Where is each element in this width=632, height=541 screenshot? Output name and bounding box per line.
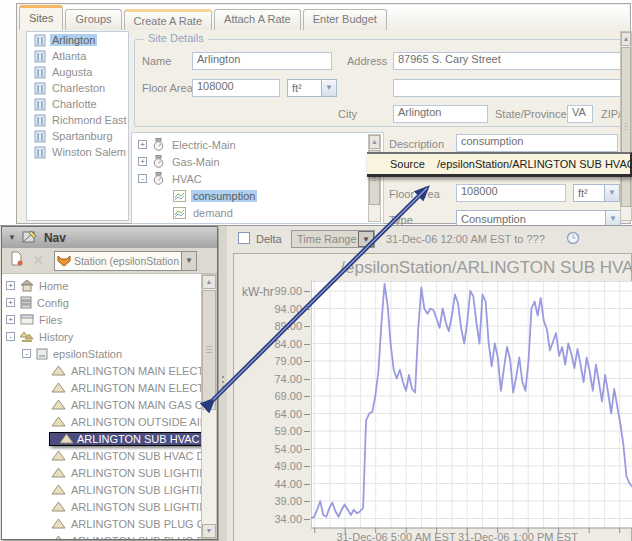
nav-item-epsilonstation[interactable]: -epsilonStation	[22, 345, 122, 362]
city-field[interactable]: Arlington	[393, 105, 488, 123]
site-item-label: Charlotte	[50, 98, 99, 110]
chevron-down-icon[interactable]: ▼	[181, 252, 196, 270]
address-field[interactable]: 87965 S. Cary Street	[393, 52, 632, 70]
expand-icon[interactable]: +	[6, 315, 15, 324]
city-label: City	[338, 108, 357, 120]
site-item-augusta[interactable]: Augusta	[27, 64, 128, 80]
site-item-spartanburg[interactable]: Spartanburg	[27, 128, 128, 144]
name-field[interactable]: Arlington	[192, 52, 332, 70]
y-tick-mark	[304, 396, 310, 397]
plot-area	[311, 281, 632, 534]
delta-checkbox[interactable]	[238, 232, 250, 244]
nav-item-config[interactable]: +Config	[6, 294, 69, 311]
meter-tree-scrollbar[interactable]: ▲	[368, 134, 381, 222]
scrollbar-thumb[interactable]	[202, 290, 216, 410]
collapse-icon[interactable]: -	[6, 332, 15, 341]
collapse-arrow-icon[interactable]: ▼	[8, 233, 16, 242]
panel-splitter[interactable]	[219, 226, 227, 541]
nav-item-arlington-sub-hvac-d[interactable]: ARLINGTON SUB HVAC D	[46, 447, 201, 464]
building-icon	[34, 130, 46, 143]
expand-icon[interactable]: +	[138, 157, 147, 166]
scroll-up-icon[interactable]: ▲	[621, 32, 631, 46]
site-item-charleston[interactable]: Charleston	[27, 80, 128, 96]
nav-titlebar[interactable]: ▼ Nav	[2, 227, 217, 248]
nav-item-arlington-sub-hvac-c[interactable]: ARLINGTON SUB HVAC C	[46, 430, 201, 447]
nav-item-label: History	[39, 331, 73, 343]
site-item-arlington[interactable]: Arlington	[27, 32, 128, 48]
y-tick-mark	[304, 501, 310, 502]
chevron-down-icon[interactable]: ▼	[604, 185, 619, 201]
nav-item-arlington-sub-lighting-c[interactable]: ARLINGTON SUB LIGHTING C	[46, 464, 201, 481]
tab-groups[interactable]: Groups	[65, 9, 121, 30]
nav-item-arlington-sub-plug-c[interactable]: ARLINGTON SUB PLUG C	[46, 515, 201, 532]
station-selector-combo[interactable]: Station (epsilonStation) ▼	[54, 251, 197, 271]
chevron-down-icon[interactable]: ▼	[358, 231, 374, 247]
nav-item-arlington-outside-air-t[interactable]: ARLINGTON OUTSIDE AIR T	[46, 413, 201, 430]
scroll-up-icon[interactable]: ▲	[202, 275, 216, 289]
floor-area-unit-value: ft²	[292, 82, 302, 94]
config-icon	[20, 296, 32, 309]
history-point-icon	[51, 518, 66, 529]
site-item-winston-salem[interactable]: Winston Salem	[27, 144, 128, 160]
meter-tree-item-demand[interactable]: demand	[168, 204, 235, 221]
expand-icon[interactable]: +	[6, 298, 15, 307]
nav-item-arlington-sub-lighting-e[interactable]: ARLINGTON SUB LIGHTING E	[46, 498, 201, 515]
source-highlight-row[interactable]: Source /epsilonStation/ARLINGTON SUB HVA…	[367, 152, 632, 177]
floor-area-field[interactable]: 108000	[192, 79, 280, 97]
description-field[interactable]: consumption	[456, 134, 618, 152]
time-range-combo[interactable]: Time Range ▼	[291, 230, 375, 248]
tab-attach-a-rate[interactable]: Attach A Rate	[214, 9, 301, 30]
meter-tree-item-label: Electric-Main	[170, 139, 238, 151]
point-floor-area-unit-combo[interactable]: ft² ▼	[573, 184, 620, 202]
site-item-atlanta[interactable]: Atlanta	[27, 48, 128, 64]
y-tick-label: 59.00	[256, 425, 302, 437]
home-icon	[20, 279, 34, 292]
nav-item-arlington-main-gas-c[interactable]: ARLINGTON MAIN GAS C	[46, 396, 201, 413]
address2-field[interactable]	[393, 79, 632, 97]
meter-tree-item-electric-main[interactable]: +Electric-Main	[138, 136, 238, 153]
nav-item-history[interactable]: -History	[6, 328, 73, 345]
site-item-label: Charleston	[50, 82, 107, 94]
delete-icon[interactable]: ✕	[33, 253, 44, 268]
scrollbar-thumb[interactable]	[621, 47, 631, 207]
collapse-icon[interactable]: -	[138, 174, 147, 183]
new-document-icon[interactable]	[9, 251, 24, 270]
nav-item-label: Config	[37, 297, 69, 309]
clock-icon[interactable]	[566, 231, 580, 249]
meter-tree-item-gas-main[interactable]: +Gas-Main	[138, 153, 222, 170]
tab-create-a-rate[interactable]: Create A Rate	[124, 9, 213, 30]
y-tick-mark	[304, 379, 310, 380]
y-tick-label: 64.00	[256, 408, 302, 420]
nav-item-files[interactable]: +Files	[6, 311, 62, 328]
tab-sites[interactable]: Sites	[19, 5, 63, 30]
meter-tree-item-hvac[interactable]: -HVAC	[138, 170, 204, 187]
history-point-icon	[51, 535, 66, 539]
scroll-down-icon[interactable]: ▼	[202, 524, 216, 538]
sites-window-scrollbar[interactable]: ▲	[620, 31, 632, 221]
tab-enter-budget[interactable]: Enter Budget	[303, 9, 387, 30]
nav-item-arlington-main-electric-d[interactable]: ARLINGTON MAIN ELECTRIC D	[46, 379, 201, 396]
source-label: Source	[390, 158, 425, 170]
point-floor-area-field[interactable]: 108000	[456, 184, 566, 202]
y-tick-label: 69.00	[256, 390, 302, 402]
nav-item-arlington-sub-plug-d[interactable]: ARLINGTON SUB PLUG D	[46, 532, 201, 539]
site-item-label: Spartanburg	[50, 130, 115, 142]
expand-icon[interactable]: +	[6, 281, 15, 290]
meter-tree-item-consumption[interactable]: consumption	[168, 187, 257, 204]
y-tick-mark	[304, 309, 310, 310]
y-tick-mark	[304, 326, 310, 327]
site-item-richmond-east[interactable]: Richmond East	[27, 112, 128, 128]
collapse-icon[interactable]: -	[22, 349, 31, 358]
nav-item-arlington-main-electric-c[interactable]: ARLINGTON MAIN ELECTRIC C	[46, 362, 201, 379]
floor-area-unit-combo[interactable]: ft² ▼	[287, 79, 337, 97]
expand-icon[interactable]: +	[138, 140, 147, 149]
chart-controls: Delta Time Range ▼ 31-Dec-06 12:00 AM ES…	[227, 226, 632, 252]
site-item-charlotte[interactable]: Charlotte	[27, 96, 128, 112]
chevron-down-icon[interactable]: ▼	[321, 80, 336, 96]
scroll-up-icon[interactable]: ▲	[369, 135, 380, 149]
nav-item-arlington-sub-lighting-d[interactable]: ARLINGTON SUB LIGHTING D	[46, 481, 201, 498]
history-point-icon	[51, 484, 66, 495]
nav-item-home[interactable]: +Home	[6, 277, 68, 294]
nav-tree-scrollbar[interactable]: ▲ ▼	[201, 274, 217, 539]
state-field[interactable]: VA	[567, 105, 593, 123]
